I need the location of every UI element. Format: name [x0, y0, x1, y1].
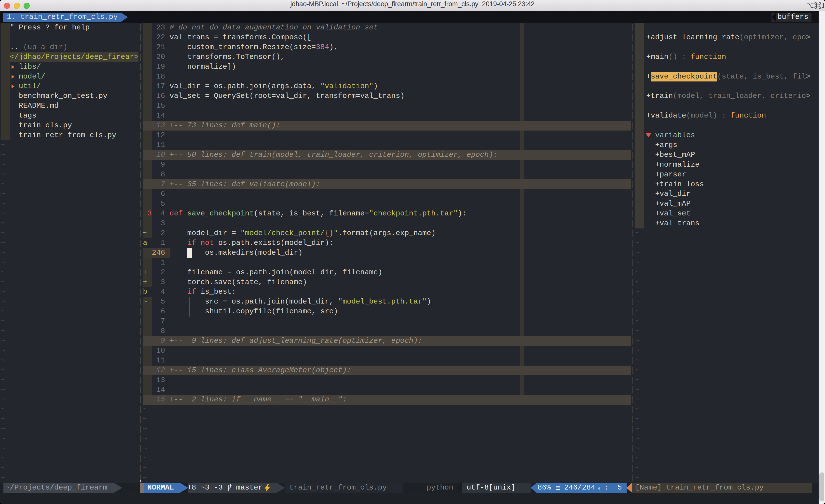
svg-text:1: 1	[822, 2, 824, 9]
